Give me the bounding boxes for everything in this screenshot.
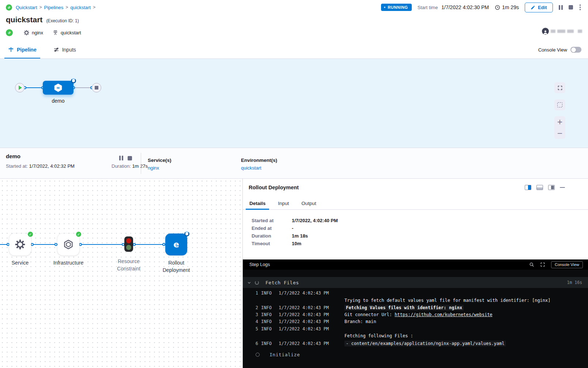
redacted-text [557, 30, 565, 33]
edge [79, 244, 125, 245]
running-spinner-icon [71, 78, 76, 83]
detail-row-started-at: Started at1/7/2022, 4:02:40 PM [252, 218, 588, 223]
layout-bottom-panel-button[interactable] [536, 185, 543, 190]
console-view-toggle[interactable] [570, 47, 581, 53]
breadcrumb-separator: > [65, 5, 68, 10]
avatar[interactable] [542, 28, 549, 35]
log-line: 6INFO1/7/2022 4:02:43 PM- content/en/exa… [243, 341, 588, 348]
inputs-icon [53, 47, 59, 53]
log-section-initialize[interactable]: Initialize [243, 352, 588, 357]
step-node-infrastructure[interactable]: ✓ [57, 234, 79, 255]
log-section-fetch-files[interactable]: Fetch Files 1m 16s [243, 277, 588, 288]
elapsed-time: 1m 29s [495, 4, 519, 10]
edit-button[interactable]: Edit [525, 3, 553, 12]
breadcrumb: ∞ Quickstart > Pipelines > quickstart > [6, 4, 95, 11]
traffic-green-light-icon [126, 245, 131, 250]
environment-link[interactable]: quickstart [241, 165, 277, 171]
edge-start-to-stage [24, 87, 43, 88]
log-line: 1INFO1/7/2022 4:02:43 PM [243, 291, 588, 298]
zoom-in-button[interactable]: + [557, 118, 563, 125]
pipeline-start-node[interactable] [15, 83, 24, 92]
traffic-red-light-icon [126, 238, 131, 243]
pipeline-name: quickstart [6, 15, 42, 24]
section-title: Fetch Files [265, 280, 299, 285]
summary-started: Started at: 1/7/2022, 4:02:32 PM [6, 163, 75, 169]
step-node-service[interactable]: ✓ [9, 234, 31, 255]
detail-row-ended-at: Ended at- [252, 225, 588, 231]
search-icon[interactable] [529, 262, 534, 267]
breadcrumb-link-project[interactable]: Quickstart [16, 5, 37, 10]
edge-dot [133, 243, 136, 246]
success-check-icon: ✓ [76, 231, 82, 237]
execution-id: (Execution ID: 1) [46, 18, 79, 23]
edge-dot [31, 243, 34, 246]
console-view-label: Console View [538, 47, 567, 53]
stage-node-demo[interactable]: ∞ [43, 81, 74, 95]
gear-icon [24, 30, 29, 35]
environment-tag[interactable]: quickstart [53, 30, 81, 35]
stage-cd-icon: ∞ [53, 83, 63, 92]
detail-row-timeout: Timeout10m [252, 241, 588, 246]
edge [133, 244, 165, 245]
canvas-fullscreen-button[interactable] [554, 82, 565, 93]
log-line: 2INFO1/7/2022 4:02:43 PMFetching Values … [243, 305, 588, 312]
divider [141, 153, 141, 174]
status-badge: RUNNING [381, 4, 412, 11]
expand-logs-icon[interactable] [540, 262, 545, 267]
layout-overlay-panel-button[interactable] [548, 185, 555, 190]
log-link-git-connector[interactable]: https://github.com/kubernetes/website [395, 312, 492, 317]
view-tab-bar: Pipeline Inputs Console View [0, 41, 588, 59]
more-options-icon[interactable] [579, 4, 582, 11]
tab-details[interactable]: Details [249, 198, 266, 209]
section-spinner-icon [255, 281, 259, 285]
pencil-icon [531, 5, 535, 10]
step-node-resource-constraint[interactable] [124, 236, 133, 252]
zoom-out-button[interactable]: − [557, 130, 563, 137]
minimize-panel-button[interactable] [560, 187, 565, 188]
breadcrumb-link-pipelines[interactable]: Pipelines [44, 5, 64, 10]
edge-stage-to-end [74, 87, 92, 88]
pause-button[interactable] [559, 5, 563, 10]
clock-icon [495, 5, 500, 10]
layout-right-panel-button[interactable] [525, 185, 531, 190]
service-link[interactable]: nginx [148, 165, 172, 171]
tab-output[interactable]: Output [301, 198, 317, 209]
stage-stop-button[interactable] [128, 156, 132, 160]
summary-services: Service(s) nginx [148, 158, 172, 171]
console-view-button[interactable]: Console View [551, 261, 583, 268]
stop-icon [95, 86, 98, 90]
stop-button[interactable] [569, 5, 573, 10]
redacted-text [567, 30, 574, 33]
chevron-down-icon [247, 281, 251, 285]
pipeline-end-node[interactable] [92, 83, 101, 92]
cd-module-icon: ∞ [6, 29, 13, 36]
canvas-select-button[interactable] [554, 99, 565, 110]
svg-text:∞: ∞ [56, 85, 60, 90]
edge-dot [54, 243, 57, 246]
status-dot-icon [384, 7, 385, 8]
stage-pause-button[interactable] [119, 156, 123, 160]
service-tag[interactable]: nginx [24, 30, 43, 35]
summary-stage-name: demo [6, 153, 20, 159]
log-lines: 1INFO1/7/2022 4:02:43 PM Trying to fetch… [243, 288, 588, 348]
log-line: Fetching following Files : [243, 333, 588, 341]
breadcrumb-link-pipeline[interactable]: quickstart [70, 5, 91, 10]
step-details-table: Started at1/7/2022, 4:02:40 PM Ended at-… [243, 210, 588, 249]
tags-row: ∞ nginx quickstart [6, 29, 81, 37]
harness-deploy-icon: e [173, 240, 179, 249]
tab-inputs[interactable]: Inputs [52, 41, 78, 58]
edge [31, 244, 57, 245]
panel-title: Rollout Deployment [249, 185, 299, 190]
stage-summary-bar: demo Started at: 1/7/2022, 4:02:32 PM Du… [0, 148, 588, 179]
step-logs-console: Step Logs Console View Fetch Files 1m 16… [243, 259, 588, 368]
execution-steps-canvas[interactable]: ✓ ✓ e Service Infrastructure Resource Co… [0, 179, 242, 368]
step-node-rollout-deployment[interactable]: e [165, 234, 187, 255]
stage-label: demo [40, 98, 76, 104]
tab-pipeline[interactable]: Pipeline [7, 41, 38, 58]
tab-input[interactable]: Input [277, 198, 290, 209]
redacted-text [551, 30, 555, 33]
play-icon [19, 86, 22, 90]
running-spinner-icon [184, 231, 189, 236]
pipeline-stage-canvas[interactable]: ∞ demo + − [0, 59, 588, 148]
edge-dot [79, 243, 82, 246]
